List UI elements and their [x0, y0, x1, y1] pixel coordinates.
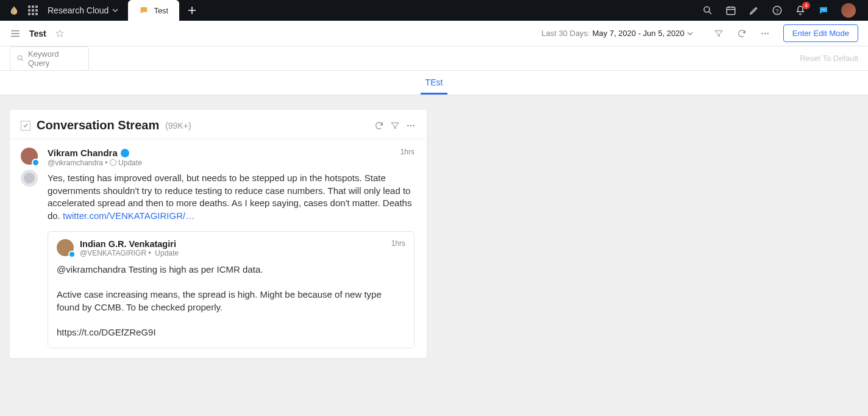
search-icon: [16, 54, 24, 62]
chevron-down-icon: [687, 30, 693, 37]
post-meta-action: Update: [118, 159, 142, 167]
dashboard-canvas: Conversation Stream (99K+) Vikr: [0, 95, 868, 416]
subtab-bar: TEst: [0, 71, 868, 95]
more-horizontal-icon: [760, 29, 770, 38]
svg-rect-1: [727, 7, 735, 15]
twitter-source-icon: [68, 251, 76, 258]
query-bar: Keyword Query Reset To Default: [0, 46, 868, 71]
page-header-bar: Test Last 30 Days: May 7, 2020 - Jun 5, …: [0, 21, 868, 46]
author-avatar[interactable]: [21, 148, 38, 165]
enter-edit-mode-button[interactable]: Enter Edit Mode: [783, 24, 858, 42]
page-title: Test: [29, 29, 46, 38]
svg-point-10: [18, 56, 21, 59]
subtab-active[interactable]: TEst: [421, 77, 448, 95]
check-icon: [23, 123, 29, 129]
more-horizontal-icon: [406, 121, 416, 131]
post-author-name: Vikram Chandra: [48, 148, 118, 158]
widget-refresh-button[interactable]: [374, 121, 384, 131]
conversation-stream-widget: Conversation Stream (99K+) Vikr: [10, 110, 427, 358]
post-body: Yes, testing has improved overall, but n…: [48, 172, 414, 223]
post: Vikram Chandra @vikramchandra • Update 1…: [10, 139, 427, 358]
select-all-checkbox[interactable]: [21, 121, 30, 131]
chevron-down-icon: [112, 7, 118, 13]
keyword-query-input[interactable]: Keyword Query: [10, 46, 89, 71]
favorite-button[interactable]: [55, 29, 65, 38]
svg-point-5: [823, 9, 824, 10]
post-handle-line: @vikramchandra • Update: [48, 159, 142, 167]
svg-point-13: [413, 124, 414, 126]
quoted-post: Indian G.R. Venkatagiri @VENKATAGIRIGR •…: [48, 231, 414, 348]
quote-avatar[interactable]: [57, 239, 74, 256]
apps-launcher-icon[interactable]: [28, 5, 38, 15]
search-button[interactable]: [702, 5, 713, 16]
widget-filter-button[interactable]: [390, 121, 400, 131]
quote-body: @vikramchandra Testing is high as per IC…: [57, 264, 405, 339]
tab-label: Test: [154, 6, 168, 15]
star-icon: [55, 29, 65, 38]
date-range-picker[interactable]: Last 30 Days: May 7, 2020 - Jun 5, 2020: [541, 29, 693, 38]
workspace-switcher[interactable]: Research Cloud: [48, 5, 124, 15]
help-icon: ?: [772, 5, 783, 16]
quote-meta-action: Update: [155, 249, 179, 257]
daterange-prefix: Last 30 Days:: [541, 29, 590, 38]
refresh-button[interactable]: [737, 29, 747, 38]
pencil-icon: [749, 5, 760, 16]
refresh-icon: [374, 121, 384, 131]
plus-icon: [188, 6, 196, 15]
message-icon: [818, 5, 829, 16]
brand-logo[interactable]: [0, 5, 28, 16]
svg-point-9: [767, 32, 768, 34]
messages-button[interactable]: [818, 5, 829, 16]
chat-icon: [139, 5, 149, 15]
keyword-query-placeholder: Keyword Query: [28, 49, 82, 68]
daterange-value: May 7, 2020 - Jun 5, 2020: [592, 29, 685, 38]
add-tab-button[interactable]: [183, 1, 201, 20]
globe-icon: [110, 159, 116, 166]
help-button[interactable]: ?: [772, 5, 783, 16]
calendar-button[interactable]: [725, 5, 736, 16]
post-link[interactable]: twitter.com/VENKATAGIRIGR/…: [63, 210, 194, 221]
search-icon: [702, 5, 713, 16]
quote-timestamp: 1hrs: [391, 239, 405, 248]
verified-badge-icon: [121, 149, 129, 157]
reset-to-default-button[interactable]: Reset To Default: [800, 54, 858, 63]
quote-handle-line: @VENKATAGIRIGR • Update: [80, 249, 179, 257]
svg-point-4: [822, 9, 823, 10]
post-author[interactable]: Vikram Chandra: [48, 148, 142, 158]
workspace-name: Research Cloud: [48, 5, 108, 15]
refresh-icon: [737, 29, 747, 38]
notif-badge: 4: [802, 2, 810, 9]
twitter-source-icon: [32, 159, 40, 167]
svg-point-8: [764, 32, 766, 34]
svg-point-7: [761, 32, 763, 34]
svg-text:?: ?: [775, 7, 779, 14]
svg-point-12: [410, 124, 411, 126]
tab-active[interactable]: Test: [128, 0, 179, 21]
widget-more-button[interactable]: [406, 121, 416, 131]
widget-header: Conversation Stream (99K+): [10, 110, 427, 138]
filter-button[interactable]: [714, 29, 724, 38]
more-button[interactable]: [760, 29, 770, 38]
svg-point-6: [825, 9, 826, 10]
edit-button[interactable]: [749, 5, 760, 16]
hamburger-icon: [10, 28, 21, 39]
svg-point-0: [704, 7, 710, 12]
widget-count: (99K+): [165, 121, 191, 131]
quote-handle: @VENKATAGIRIGR: [80, 249, 146, 257]
calendar-icon: [725, 5, 736, 16]
quote-author[interactable]: Indian G.R. Venkatagiri: [80, 239, 179, 249]
widget-title: Conversation Stream: [37, 118, 159, 132]
post-handle: @vikramchandra: [48, 159, 103, 167]
filter-icon: [390, 121, 400, 131]
user-avatar[interactable]: [841, 3, 856, 18]
svg-point-11: [407, 124, 408, 126]
secondary-avatar[interactable]: [21, 170, 38, 187]
notifications-button[interactable]: 4: [795, 5, 806, 16]
menu-button[interactable]: [10, 28, 21, 39]
filter-icon: [714, 29, 724, 38]
topbar: Research Cloud Test ? 4: [0, 0, 868, 21]
post-timestamp: 1hrs: [400, 148, 414, 156]
